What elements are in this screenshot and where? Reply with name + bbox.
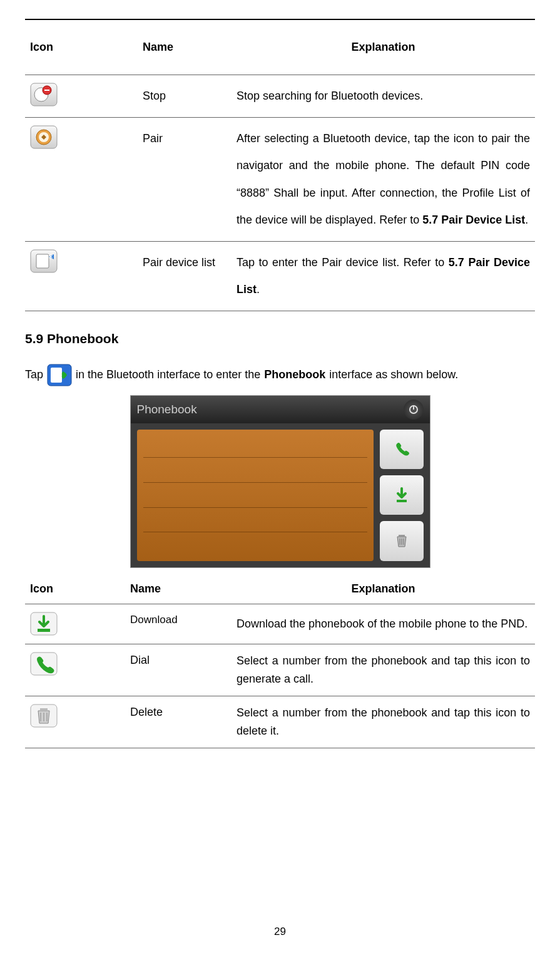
delete-icon xyxy=(30,704,58,728)
screenshot-title: Phonebook xyxy=(137,401,197,419)
svg-rect-11 xyxy=(51,368,62,383)
row-name: Delete xyxy=(125,696,232,748)
dial-icon xyxy=(30,652,58,676)
table2-header-icon: Icon xyxy=(25,574,125,604)
row-name: Pair xyxy=(138,118,232,242)
table-row: Pair After selecting a Bluetooth device,… xyxy=(25,118,535,242)
pair-device-list-icon xyxy=(30,249,58,273)
svg-rect-15 xyxy=(399,535,405,537)
phonebook-screenshot: Phonebook xyxy=(130,395,430,568)
pair-icon xyxy=(30,125,58,149)
page-number: 29 xyxy=(25,924,535,940)
intro-paragraph: Tap in the Bluetooth interface to enter … xyxy=(25,364,535,386)
svg-rect-20 xyxy=(38,629,50,632)
table-row: Stop Stop searching for Bluetooth device… xyxy=(25,75,535,118)
section-heading: 5.9 Phonebook xyxy=(25,329,535,349)
table-row: Dial Select a number from the phonebook … xyxy=(25,644,535,696)
bluetooth-icons-table: Icon Name Explanation Stop Stop xyxy=(25,33,535,311)
phonebook-app-icon xyxy=(47,364,72,386)
row-name: Stop xyxy=(138,75,232,118)
svg-rect-23 xyxy=(40,708,48,711)
row-name: Pair device list xyxy=(138,241,232,311)
stop-icon xyxy=(30,83,58,106)
page-top-rule xyxy=(25,19,535,20)
row-explanation: After selecting a Bluetooth device, tap … xyxy=(232,118,535,242)
table-row: Delete Select a number from the phoneboo… xyxy=(25,696,535,748)
screenshot-delete-button xyxy=(380,521,424,560)
table1-header-icon: Icon xyxy=(25,33,138,75)
svg-rect-14 xyxy=(397,500,407,502)
table1-header-name: Name xyxy=(138,33,232,75)
screenshot-download-button xyxy=(380,475,424,515)
row-explanation: Select a number from the phonebook and t… xyxy=(232,644,535,696)
table2-header-explanation: Explanation xyxy=(232,574,535,604)
table2-header-name: Name xyxy=(125,574,232,604)
screenshot-dial-button xyxy=(380,430,424,469)
svg-rect-3 xyxy=(44,90,49,91)
phonebook-list-area xyxy=(137,430,374,561)
row-name: Download xyxy=(125,604,232,644)
row-explanation: Select a number from the phonebook and t… xyxy=(232,696,535,748)
power-icon xyxy=(404,400,424,420)
row-explanation: Download the phonebook of the mobile pho… xyxy=(232,604,535,644)
phonebook-icons-table: Icon Name Explanation Download Download … xyxy=(25,574,535,748)
row-explanation: Stop searching for Bluetooth devices. xyxy=(232,75,535,118)
download-icon xyxy=(30,612,58,636)
table-row: Pair device list Tap to enter the Pair d… xyxy=(25,241,535,311)
row-explanation: Tap to enter the Pair device list. Refer… xyxy=(232,241,535,311)
table1-header-explanation: Explanation xyxy=(232,33,535,75)
row-name: Dial xyxy=(125,644,232,696)
table-row: Download Download the phonebook of the m… xyxy=(25,604,535,644)
svg-rect-8 xyxy=(36,254,49,268)
